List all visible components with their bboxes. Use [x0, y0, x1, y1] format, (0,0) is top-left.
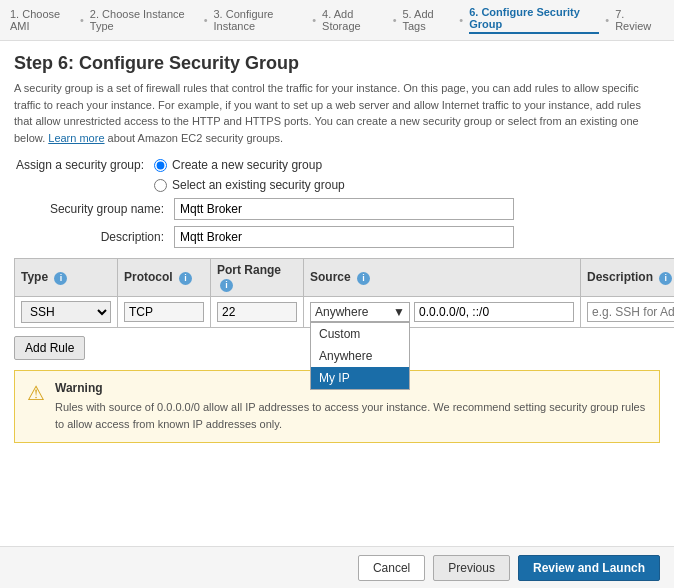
type-select[interactable]: SSH — [21, 301, 111, 323]
review-and-launch-button[interactable]: Review and Launch — [518, 555, 660, 581]
radio-create-new-input[interactable] — [154, 159, 167, 172]
security-group-table: Type i Protocol i Port Range i Source i … — [14, 258, 674, 328]
step-navigation: 1. Choose AMI • 2. Choose Instance Type … — [0, 0, 674, 41]
learn-more-link[interactable]: Learn more — [48, 132, 104, 144]
assign-row-new: Assign a security group: Create a new se… — [14, 158, 660, 172]
radio-create-new[interactable]: Create a new security group — [154, 158, 322, 172]
cell-port-range — [211, 297, 304, 328]
warning-icon: ⚠ — [27, 381, 45, 405]
type-info-icon[interactable]: i — [54, 272, 67, 285]
protocol-input — [124, 302, 204, 322]
cancel-button[interactable]: Cancel — [358, 555, 425, 581]
row-description-input[interactable] — [587, 302, 674, 322]
source-info-icon[interactable]: i — [357, 272, 370, 285]
name-input[interactable] — [174, 198, 514, 220]
nav-step-4[interactable]: 4. Add Storage — [322, 8, 387, 32]
table-header-row: Type i Protocol i Port Range i Source i … — [15, 259, 675, 297]
desc-row: Description: — [14, 226, 660, 248]
source-dropdown-wrapper: Anywhere ▼ Custom Anywhere My IP — [310, 302, 410, 322]
radio-select-existing[interactable]: Select an existing security group — [154, 178, 345, 192]
add-rule-button[interactable]: Add Rule — [14, 336, 85, 360]
radio-select-existing-label: Select an existing security group — [172, 178, 345, 192]
page-description: A security group is a set of firewall ru… — [14, 80, 660, 146]
dropdown-option-myip[interactable]: My IP — [311, 367, 409, 389]
port-info-icon[interactable]: i — [220, 279, 233, 292]
assign-row-existing: Select an existing security group — [14, 178, 660, 192]
main-content: Step 6: Configure Security Group A secur… — [0, 41, 674, 551]
warning-text: Rules with source of 0.0.0.0/0 allow all… — [55, 399, 647, 432]
source-cidr-input[interactable] — [414, 302, 574, 322]
port-input — [217, 302, 297, 322]
cell-protocol — [118, 297, 211, 328]
name-label: Security group name: — [14, 202, 174, 216]
col-description: Description i — [581, 259, 675, 297]
page-title: Step 6: Configure Security Group — [14, 53, 660, 74]
nav-step-2[interactable]: 2. Choose Instance Type — [90, 8, 198, 32]
nav-step-5[interactable]: 5. Add Tags — [403, 8, 454, 32]
dropdown-option-anywhere[interactable]: Anywhere — [311, 345, 409, 367]
nav-step-1[interactable]: 1. Choose AMI — [10, 8, 74, 32]
nav-step-6[interactable]: 6. Configure Security Group — [469, 6, 599, 34]
dropdown-option-custom[interactable]: Custom — [311, 323, 409, 345]
col-type: Type i — [15, 259, 118, 297]
cell-description — [581, 297, 675, 328]
source-dropdown-btn[interactable]: Anywhere ▼ — [310, 302, 410, 322]
name-row: Security group name: — [14, 198, 660, 220]
nav-step-7[interactable]: 7. Review — [615, 8, 658, 32]
chevron-down-icon: ▼ — [393, 305, 405, 319]
cell-type: SSH — [15, 297, 118, 328]
desc-label: Description: — [14, 230, 174, 244]
col-protocol: Protocol i — [118, 259, 211, 297]
footer-bar: Cancel Previous Review and Launch — [0, 546, 674, 588]
assign-label: Assign a security group: — [14, 158, 154, 172]
radio-select-existing-input[interactable] — [154, 179, 167, 192]
source-dropdown-menu: Custom Anywhere My IP — [310, 322, 410, 390]
source-dropdown-label: Anywhere — [315, 305, 368, 319]
desc-info-icon[interactable]: i — [659, 272, 672, 285]
cell-source: Anywhere ▼ Custom Anywhere My IP — [304, 297, 581, 328]
desc-input[interactable] — [174, 226, 514, 248]
previous-button[interactable]: Previous — [433, 555, 510, 581]
table-row: SSH Anywhere ▼ — [15, 297, 675, 328]
protocol-info-icon[interactable]: i — [179, 272, 192, 285]
col-port-range: Port Range i — [211, 259, 304, 297]
radio-create-new-label: Create a new security group — [172, 158, 322, 172]
nav-step-3[interactable]: 3. Configure Instance — [213, 8, 306, 32]
col-source: Source i — [304, 259, 581, 297]
